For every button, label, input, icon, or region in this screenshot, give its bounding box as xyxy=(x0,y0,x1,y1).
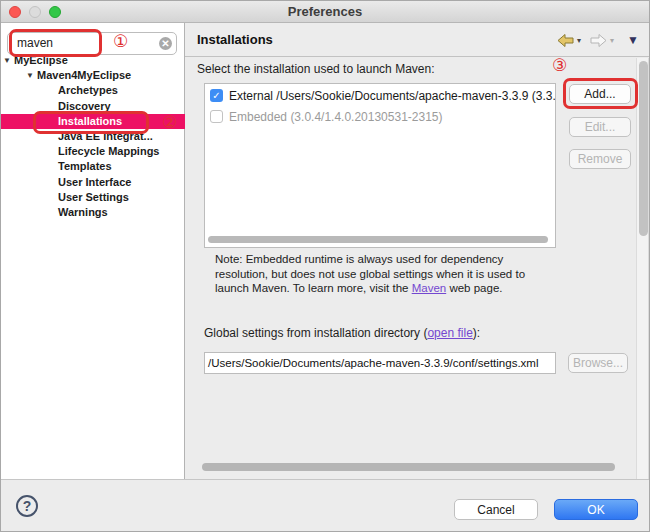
tree-item-archetypes[interactable]: Archetypes xyxy=(1,83,185,98)
page-title: Installations xyxy=(197,23,273,56)
checkbox-unchecked-icon[interactable] xyxy=(210,110,223,123)
minimize-button[interactable] xyxy=(29,6,41,18)
tree-item-warnings[interactable]: Warnings xyxy=(1,205,185,220)
checkbox-checked-icon[interactable]: ✓ xyxy=(210,89,223,102)
annotation-step-3: ③ xyxy=(552,57,567,74)
global-settings-label-suffix: ): xyxy=(473,326,480,340)
installation-label: External /Users/Sookie/Documents/apache-… xyxy=(229,89,555,103)
cancel-button[interactable]: Cancel xyxy=(454,499,538,520)
vertical-scrollbar-thumb[interactable] xyxy=(639,61,648,236)
panel-vertical-scrollbar[interactable] xyxy=(636,58,649,479)
settings-path-field[interactable]: /Users/Sookie/Documents/apache-maven-3.3… xyxy=(204,352,556,374)
preferences-sidebar: maven ✕ ▼ MyEclipse ▼ Maven4MyEclipse Ar… xyxy=(1,23,185,479)
expand-triangle-icon[interactable]: ▼ xyxy=(26,68,34,83)
list-item-external[interactable]: ✓ External /Users/Sookie/Documents/apach… xyxy=(205,88,555,105)
annotation-box-add xyxy=(563,78,638,109)
annotation-box-search xyxy=(9,29,102,57)
tree-item-lifecycle-mappings[interactable]: Lifecycle Mappings xyxy=(1,144,185,159)
help-button[interactable]: ? xyxy=(16,495,38,517)
tree-item-user-interface[interactable]: User Interface xyxy=(1,175,185,190)
history-nav: ▾ ▾ ▼ xyxy=(557,33,639,47)
embedded-runtime-note: Note: Embedded runtime is always used fo… xyxy=(215,252,553,296)
maven-link[interactable]: Maven xyxy=(412,282,447,294)
open-file-link[interactable]: open file xyxy=(427,326,472,340)
annotation-box-installations xyxy=(33,111,149,134)
panel-header: Installations ▾ ▾ ▼ xyxy=(185,23,650,57)
forward-arrow-icon[interactable] xyxy=(590,34,607,47)
back-arrow-icon[interactable] xyxy=(557,34,574,47)
remove-button[interactable]: Remove xyxy=(569,149,631,169)
preferences-tree: ▼ MyEclipse ▼ Maven4MyEclipse Archetypes… xyxy=(1,53,185,220)
forward-history-dropdown-icon[interactable]: ▾ xyxy=(610,36,614,45)
tree-item-label: Discovery xyxy=(58,100,111,112)
installations-list: ✓ External /Users/Sookie/Documents/apach… xyxy=(204,83,556,248)
preferences-window: Preferences maven ✕ ▼ MyEclipse ▼ Maven4… xyxy=(0,0,650,532)
expand-triangle-icon[interactable]: ▼ xyxy=(3,53,11,68)
tree-item-label: User Interface xyxy=(58,176,131,188)
select-installation-label: Select the installation used to launch M… xyxy=(197,62,434,76)
dialog-footer: ? Cancel OK xyxy=(1,479,650,532)
browse-button[interactable]: Browse... xyxy=(568,353,628,373)
note-text-after: web page. xyxy=(446,282,502,294)
window-title: Preferences xyxy=(1,1,649,22)
tree-item-label: Warnings xyxy=(58,206,108,218)
search-clear-icon[interactable]: ✕ xyxy=(159,37,172,50)
tree-item-maven4myeclipse[interactable]: ▼ Maven4MyEclipse xyxy=(1,68,185,83)
tree-item-label: Archetypes xyxy=(58,84,118,96)
back-history-dropdown-icon[interactable]: ▾ xyxy=(577,36,581,45)
tree-item-label: Templates xyxy=(58,160,112,172)
ok-button[interactable]: OK xyxy=(554,499,638,520)
global-settings-label: Global settings from installation direct… xyxy=(204,326,480,340)
installation-label: Embedded (3.0.4/1.4.0.20130531-2315) xyxy=(229,110,443,124)
tree-item-user-settings[interactable]: User Settings xyxy=(1,190,185,205)
global-settings-label-text: Global settings from installation direct… xyxy=(204,326,427,340)
tree-item-label: Lifecycle Mappings xyxy=(58,145,159,157)
annotation-step-1: ① xyxy=(113,33,128,50)
zoom-button[interactable] xyxy=(49,6,61,18)
list-item-embedded[interactable]: Embedded (3.0.4/1.4.0.20130531-2315) xyxy=(205,109,555,126)
view-menu-icon[interactable]: ▼ xyxy=(627,33,639,47)
tree-item-templates[interactable]: Templates xyxy=(1,159,185,174)
tree-item-label: Maven4MyEclipse xyxy=(37,69,131,81)
edit-button[interactable]: Edit... xyxy=(569,117,631,137)
title-bar: Preferences xyxy=(1,1,649,23)
list-horizontal-scrollbar[interactable] xyxy=(208,236,548,243)
tree-item-label: User Settings xyxy=(58,191,129,203)
panel-horizontal-scrollbar[interactable] xyxy=(202,463,615,471)
close-button[interactable] xyxy=(9,6,21,18)
annotation-step-2: ② xyxy=(162,114,177,131)
